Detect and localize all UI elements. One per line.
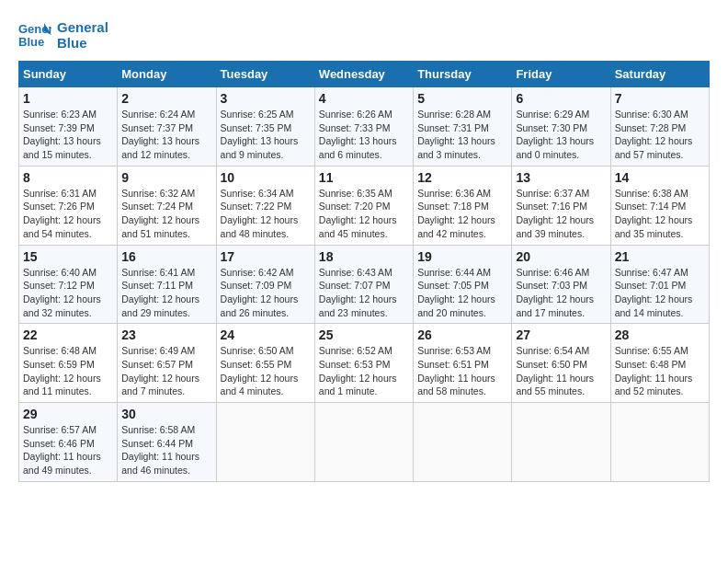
weekday-header-saturday: Saturday — [610, 62, 709, 87]
calendar-cell: 2Sunrise: 6:24 AMSunset: 7:37 PMDaylight… — [118, 87, 216, 167]
weekday-header-thursday: Thursday — [414, 62, 512, 87]
day-number: 1 — [23, 91, 113, 106]
day-info: Sunrise: 6:57 AMSunset: 6:46 PMDaylight:… — [23, 423, 113, 477]
day-info: Sunrise: 6:46 AMSunset: 7:03 PMDaylight:… — [516, 266, 606, 320]
calendar-cell: 15Sunrise: 6:40 AMSunset: 7:12 PMDayligh… — [19, 245, 118, 324]
calendar-cell: 30Sunrise: 6:58 AMSunset: 6:44 PMDayligh… — [118, 403, 216, 482]
day-info: Sunrise: 6:32 AMSunset: 7:24 PMDaylight:… — [121, 187, 211, 241]
day-number: 7 — [615, 91, 705, 106]
calendar-week-3: 15Sunrise: 6:40 AMSunset: 7:12 PMDayligh… — [19, 245, 710, 324]
calendar-week-5: 29Sunrise: 6:57 AMSunset: 6:46 PMDayligh… — [19, 403, 710, 482]
weekday-header-tuesday: Tuesday — [216, 62, 314, 87]
day-info: Sunrise: 6:36 AMSunset: 7:18 PMDaylight:… — [417, 187, 507, 241]
day-number: 13 — [516, 170, 606, 185]
day-number: 10 — [221, 170, 311, 185]
day-info: Sunrise: 6:24 AMSunset: 7:37 PMDaylight:… — [121, 108, 211, 162]
day-number: 25 — [319, 327, 409, 342]
calendar-cell: 23Sunrise: 6:49 AMSunset: 6:57 PMDayligh… — [118, 324, 216, 403]
calendar-cell: 20Sunrise: 6:46 AMSunset: 7:03 PMDayligh… — [512, 245, 610, 324]
calendar-cell: 7Sunrise: 6:30 AMSunset: 7:28 PMDaylight… — [610, 87, 709, 167]
day-number: 8 — [23, 170, 113, 185]
day-number: 4 — [319, 91, 409, 106]
calendar-cell: 18Sunrise: 6:43 AMSunset: 7:07 PMDayligh… — [314, 245, 413, 324]
calendar-cell: 16Sunrise: 6:41 AMSunset: 7:11 PMDayligh… — [118, 245, 216, 324]
calendar-cell: 25Sunrise: 6:52 AMSunset: 6:53 PMDayligh… — [314, 324, 413, 403]
calendar-cell — [610, 403, 709, 482]
day-info: Sunrise: 6:54 AMSunset: 6:50 PMDaylight:… — [516, 344, 606, 398]
day-info: Sunrise: 6:50 AMSunset: 6:55 PMDaylight:… — [221, 344, 311, 398]
day-number: 9 — [121, 170, 211, 185]
day-number: 28 — [615, 327, 705, 342]
calendar-cell: 11Sunrise: 6:35 AMSunset: 7:20 PMDayligh… — [314, 166, 413, 245]
logo: General Blue GeneralBlue — [18, 18, 108, 52]
day-info: Sunrise: 6:26 AMSunset: 7:33 PMDaylight:… — [319, 108, 409, 162]
day-info: Sunrise: 6:53 AMSunset: 6:51 PMDaylight:… — [417, 344, 507, 398]
calendar-cell: 12Sunrise: 6:36 AMSunset: 7:18 PMDayligh… — [414, 166, 512, 245]
day-info: Sunrise: 6:52 AMSunset: 6:53 PMDaylight:… — [319, 344, 409, 398]
day-number: 3 — [221, 91, 311, 106]
calendar-cell: 29Sunrise: 6:57 AMSunset: 6:46 PMDayligh… — [19, 403, 118, 482]
day-info: Sunrise: 6:35 AMSunset: 7:20 PMDaylight:… — [319, 187, 409, 241]
day-info: Sunrise: 6:44 AMSunset: 7:05 PMDaylight:… — [417, 266, 507, 320]
day-number: 20 — [516, 249, 606, 264]
day-number: 11 — [319, 170, 409, 185]
day-info: Sunrise: 6:28 AMSunset: 7:31 PMDaylight:… — [417, 108, 507, 162]
day-number: 16 — [121, 249, 211, 264]
calendar-week-2: 8Sunrise: 6:31 AMSunset: 7:26 PMDaylight… — [19, 166, 710, 245]
calendar-cell: 24Sunrise: 6:50 AMSunset: 6:55 PMDayligh… — [216, 324, 314, 403]
calendar-cell: 14Sunrise: 6:38 AMSunset: 7:14 PMDayligh… — [610, 166, 709, 245]
day-number: 22 — [23, 327, 113, 342]
calendar-cell: 27Sunrise: 6:54 AMSunset: 6:50 PMDayligh… — [512, 324, 610, 403]
day-number: 24 — [221, 327, 311, 342]
day-info: Sunrise: 6:55 AMSunset: 6:48 PMDaylight:… — [615, 344, 705, 398]
day-number: 2 — [121, 91, 211, 106]
day-number: 29 — [23, 407, 113, 421]
day-number: 6 — [516, 91, 606, 106]
day-number: 12 — [417, 170, 507, 185]
day-info: Sunrise: 6:41 AMSunset: 7:11 PMDaylight:… — [121, 266, 211, 320]
day-number: 26 — [417, 327, 507, 342]
day-info: Sunrise: 6:48 AMSunset: 6:59 PMDaylight:… — [23, 344, 113, 398]
day-info: Sunrise: 6:42 AMSunset: 7:09 PMDaylight:… — [221, 266, 311, 320]
calendar-cell: 17Sunrise: 6:42 AMSunset: 7:09 PMDayligh… — [216, 245, 314, 324]
day-info: Sunrise: 6:31 AMSunset: 7:26 PMDaylight:… — [23, 187, 113, 241]
day-info: Sunrise: 6:43 AMSunset: 7:07 PMDaylight:… — [319, 266, 409, 320]
day-info: Sunrise: 6:30 AMSunset: 7:28 PMDaylight:… — [615, 108, 705, 162]
day-number: 14 — [615, 170, 705, 185]
calendar-cell: 13Sunrise: 6:37 AMSunset: 7:16 PMDayligh… — [512, 166, 610, 245]
calendar-table: SundayMondayTuesdayWednesdayThursdayFrid… — [18, 61, 710, 482]
weekday-header-friday: Friday — [512, 62, 610, 87]
day-info: Sunrise: 6:40 AMSunset: 7:12 PMDaylight:… — [23, 266, 113, 320]
weekday-header-wednesday: Wednesday — [314, 62, 413, 87]
calendar-cell: 3Sunrise: 6:25 AMSunset: 7:35 PMDaylight… — [216, 87, 314, 167]
day-info: Sunrise: 6:49 AMSunset: 6:57 PMDaylight:… — [121, 344, 211, 398]
calendar-week-1: 1Sunrise: 6:23 AMSunset: 7:39 PMDaylight… — [19, 87, 710, 167]
svg-text:Blue: Blue — [18, 35, 44, 49]
calendar-cell — [216, 403, 314, 482]
day-info: Sunrise: 6:29 AMSunset: 7:30 PMDaylight:… — [516, 108, 606, 162]
logo-text: GeneralBlue — [57, 19, 108, 51]
calendar-cell — [314, 403, 413, 482]
calendar-cell: 19Sunrise: 6:44 AMSunset: 7:05 PMDayligh… — [414, 245, 512, 324]
day-info: Sunrise: 6:58 AMSunset: 6:44 PMDaylight:… — [121, 423, 211, 477]
calendar-cell: 6Sunrise: 6:29 AMSunset: 7:30 PMDaylight… — [512, 87, 610, 167]
day-info: Sunrise: 6:23 AMSunset: 7:39 PMDaylight:… — [23, 108, 113, 162]
calendar-cell: 26Sunrise: 6:53 AMSunset: 6:51 PMDayligh… — [414, 324, 512, 403]
calendar-cell — [512, 403, 610, 482]
weekday-header-sunday: Sunday — [19, 62, 118, 87]
day-number: 5 — [417, 91, 507, 106]
day-number: 21 — [615, 249, 705, 264]
calendar-cell: 21Sunrise: 6:47 AMSunset: 7:01 PMDayligh… — [610, 245, 709, 324]
day-number: 30 — [121, 407, 211, 421]
day-number: 27 — [516, 327, 606, 342]
calendar-cell: 28Sunrise: 6:55 AMSunset: 6:48 PMDayligh… — [610, 324, 709, 403]
day-info: Sunrise: 6:47 AMSunset: 7:01 PMDaylight:… — [615, 266, 705, 320]
day-info: Sunrise: 6:25 AMSunset: 7:35 PMDaylight:… — [221, 108, 311, 162]
calendar-cell: 8Sunrise: 6:31 AMSunset: 7:26 PMDaylight… — [19, 166, 118, 245]
calendar-week-4: 22Sunrise: 6:48 AMSunset: 6:59 PMDayligh… — [19, 324, 710, 403]
day-info: Sunrise: 6:37 AMSunset: 7:16 PMDaylight:… — [516, 187, 606, 241]
day-number: 15 — [23, 249, 113, 264]
day-number: 23 — [121, 327, 211, 342]
page-header: General Blue GeneralBlue — [18, 18, 710, 52]
day-number: 19 — [417, 249, 507, 264]
